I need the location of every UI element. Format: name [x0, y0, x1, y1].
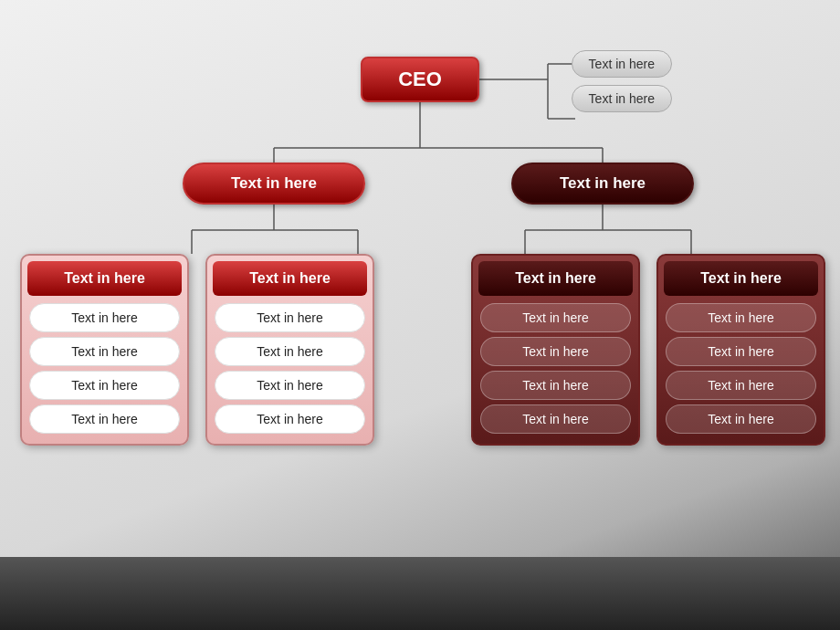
col2-header: Text in here — [213, 261, 367, 296]
col2-item-4: Text in here — [215, 404, 365, 434]
ceo-box: CEO — [361, 57, 479, 102]
side-note-2: Text in here — [572, 85, 672, 112]
columns-container: Text in here Text in here Text in here T… — [20, 254, 825, 446]
col1-header: Text in here — [27, 261, 182, 296]
level2-right-label: Text in here — [511, 163, 694, 205]
col1-item-4: Text in here — [29, 404, 180, 434]
col1-item-1: Text in here — [29, 303, 180, 332]
col2-item-3: Text in here — [215, 371, 365, 400]
chart-area: CEO Text in here Text in here Text in he… — [0, 0, 840, 557]
column-1: Text in here Text in here Text in here T… — [20, 254, 189, 446]
col3-item-2: Text in here — [480, 337, 631, 366]
col4-item-3: Text in here — [666, 371, 816, 400]
col1-item-2: Text in here — [29, 337, 180, 366]
side-note-1: Text in here — [572, 50, 672, 78]
column-3: Text in here Text in here Text in here T… — [471, 254, 640, 446]
col2-item-2: Text in here — [215, 337, 365, 366]
ceo-label: CEO — [398, 68, 442, 91]
level2-left-box: Text in here — [183, 163, 365, 205]
col3-item-1: Text in here — [480, 303, 631, 332]
col3-item-4: Text in here — [480, 404, 631, 434]
bottom-bar — [0, 557, 840, 630]
col4-header: Text in here — [664, 261, 818, 296]
level2-right-box: Text in here — [511, 163, 694, 205]
group-gap — [391, 254, 455, 446]
level2-left-label: Text in here — [183, 163, 365, 205]
col3-item-3: Text in here — [480, 371, 631, 400]
col4-item-4: Text in here — [666, 404, 816, 434]
column-4: Text in here Text in here Text in here T… — [656, 254, 825, 446]
col4-item-1: Text in here — [666, 303, 816, 332]
col1-item-3: Text in here — [29, 371, 180, 400]
col2-item-1: Text in here — [215, 303, 365, 332]
column-2: Text in here Text in here Text in here T… — [205, 254, 374, 446]
col3-header: Text in here — [478, 261, 633, 296]
side-notes: Text in here Text in here — [572, 50, 672, 112]
col4-item-2: Text in here — [666, 337, 816, 366]
